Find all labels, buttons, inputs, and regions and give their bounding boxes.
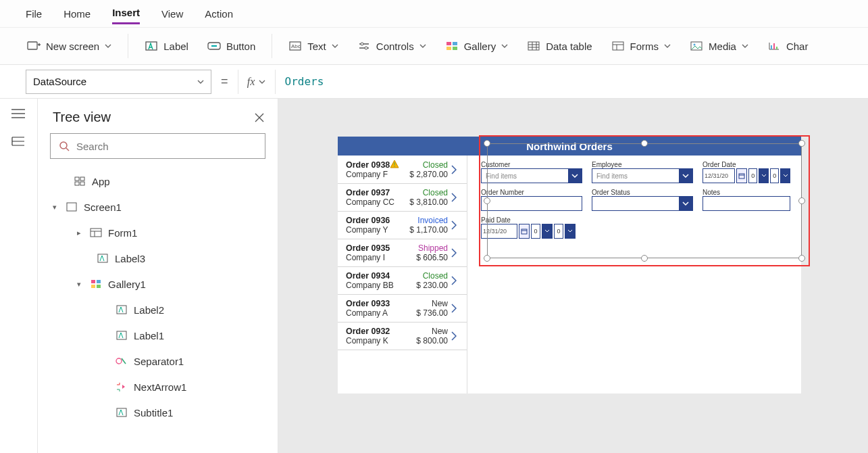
order-list-item[interactable]: Order 0934Company BBClosed$ 230.00	[338, 267, 467, 295]
chevron-down-icon[interactable]	[780, 168, 790, 183]
chevron-down-icon	[664, 44, 671, 48]
tree-node-separator1[interactable]: Separator1	[50, 348, 278, 374]
order-number-input[interactable]	[481, 196, 582, 211]
paid-date-picker[interactable]: 12/31/20 0 0	[481, 224, 582, 239]
edit-form[interactable]: Customer Find items Employee Find items …	[467, 156, 801, 394]
svg-rect-35	[394, 162, 395, 165]
tree-label: Label2	[134, 304, 164, 316]
order-status: Shipped	[401, 243, 448, 253]
tree-label: Subtitle1	[134, 407, 173, 419]
order-list-item[interactable]: Order 0938Company FClosed$ 2,870.00	[338, 156, 467, 184]
insert-label-text: Label	[163, 41, 188, 52]
tree-view-rail-icon[interactable]	[11, 135, 27, 147]
tree-node-label2[interactable]: Label2	[50, 297, 278, 323]
button-icon	[207, 40, 221, 52]
customer-combobox[interactable]: Find items	[481, 168, 582, 183]
insert-gallery-button[interactable]: Gallery	[438, 36, 515, 56]
insert-controls-label: Controls	[376, 41, 414, 52]
order-status: Invoiced	[401, 216, 448, 225]
hamburger-icon[interactable]	[11, 108, 27, 120]
insert-label-button[interactable]: Label	[138, 36, 195, 56]
property-selector[interactable]: DataSource	[26, 70, 211, 94]
insert-chart-button[interactable]: Char	[761, 36, 815, 56]
order-amount: $ 606.50	[401, 253, 448, 262]
menu-action[interactable]: Action	[205, 4, 233, 24]
tree-label: Label1	[134, 330, 164, 341]
menu-home[interactable]: Home	[63, 4, 91, 24]
calendar-icon[interactable]	[736, 168, 747, 183]
tree-label: Screen1	[84, 201, 122, 213]
insert-media-button[interactable]: Media	[683, 36, 755, 56]
fx-dropdown[interactable]: fx	[238, 70, 276, 94]
chevron-right-icon	[448, 220, 460, 230]
caret-down-icon: ▾	[77, 280, 84, 289]
order-number: Order 0938	[346, 160, 401, 170]
tree-view: App ▾ Screen1 ▸ Form1 Label3 ▾ Gallery1	[38, 168, 278, 425]
tree-label: Label3	[115, 253, 145, 264]
new-screen-icon	[27, 40, 41, 52]
order-list-item[interactable]: Order 0935Company IShipped$ 606.50	[338, 239, 467, 267]
canvas[interactable]: Northwind Orders Order 0938Company FClos…	[278, 99, 868, 453]
tree-node-gallery1[interactable]: ▾ Gallery1	[50, 271, 278, 297]
insert-button-button[interactable]: Button	[201, 36, 262, 56]
tree-node-label3[interactable]: Label3	[50, 245, 278, 271]
calendar-icon[interactable]	[519, 224, 530, 239]
order-status: Closed	[401, 271, 448, 281]
insert-text-button[interactable]: Abc Text	[282, 36, 345, 56]
label-icon	[115, 406, 128, 419]
insert-forms-button[interactable]: Forms	[605, 36, 678, 56]
order-status-dropdown[interactable]	[592, 196, 693, 211]
menu-file[interactable]: File	[26, 4, 42, 24]
tree-node-label1[interactable]: Label1	[50, 323, 278, 348]
tree-node-nextarrow1[interactable]: NextArrow1	[50, 374, 278, 400]
new-screen-button[interactable]: New screen	[20, 36, 118, 56]
svg-rect-10	[446, 47, 451, 50]
insert-data-table-button[interactable]: Data table	[520, 36, 598, 56]
tree-node-app[interactable]: App	[50, 168, 278, 194]
close-panel-button[interactable]	[255, 113, 264, 122]
employee-combobox[interactable]: Find items	[592, 168, 693, 183]
order-company: Company Y	[346, 225, 401, 235]
formula-bar: DataSource = fx Orders	[0, 65, 868, 99]
chevron-down-icon	[332, 44, 338, 48]
ribbon-separator	[272, 34, 272, 58]
svg-rect-25	[91, 229, 101, 237]
date-text[interactable]: 12/31/20	[703, 168, 735, 183]
insert-data-table-label: Data table	[546, 41, 592, 52]
tree-node-subtitle1[interactable]: Subtitle1	[50, 400, 278, 425]
svg-point-33	[116, 358, 122, 364]
svg-rect-3	[211, 45, 217, 47]
chevron-down-icon[interactable]	[565, 224, 576, 239]
separator-icon	[115, 355, 128, 367]
caret-right-icon: ▸	[77, 229, 84, 237]
order-list-item[interactable]: Order 0936Company YInvoiced$ 1,170.00	[338, 212, 467, 239]
property-selector-value: DataSource	[33, 76, 86, 87]
notes-input[interactable]	[703, 196, 790, 211]
formula-input[interactable]: Orders	[276, 70, 868, 94]
svg-rect-36	[394, 166, 395, 166]
order-list-item[interactable]: Order 0933Company ANew$ 736.00	[338, 295, 467, 323]
order-list-item[interactable]: Order 0937Company CCClosed$ 3,810.00	[338, 184, 467, 212]
svg-point-7	[365, 47, 367, 49]
combobox-placeholder: Find items	[596, 172, 628, 180]
app-icon	[73, 175, 86, 187]
field-label-notes: Notes	[703, 189, 790, 196]
insert-controls-button[interactable]: Controls	[351, 36, 433, 56]
svg-rect-9	[453, 42, 457, 45]
date-text[interactable]: 12/31/20	[481, 224, 517, 239]
order-list-item[interactable]: Order 0932Company KNew$ 800.00	[338, 323, 467, 350]
menu-insert[interactable]: Insert	[112, 3, 140, 24]
order-gallery[interactable]: Order 0938Company FClosed$ 2,870.00Order…	[338, 156, 467, 394]
tree-node-form1[interactable]: ▸ Form1	[50, 220, 278, 245]
tree-label: NextArrow1	[134, 381, 186, 393]
app-preview[interactable]: Northwind Orders Order 0938Company FClos…	[338, 137, 801, 394]
svg-rect-37	[739, 174, 744, 178]
insert-media-label: Media	[709, 41, 736, 52]
tree-search-input[interactable]	[76, 141, 257, 152]
tree-node-screen1[interactable]: ▾ Screen1	[50, 194, 278, 220]
menu-view[interactable]: View	[161, 4, 183, 24]
tree-search-box[interactable]	[50, 133, 265, 159]
chevron-down-icon[interactable]	[759, 168, 769, 183]
chevron-down-icon[interactable]	[542, 224, 553, 239]
order-date-picker[interactable]: 12/31/20 0 0	[703, 168, 790, 183]
